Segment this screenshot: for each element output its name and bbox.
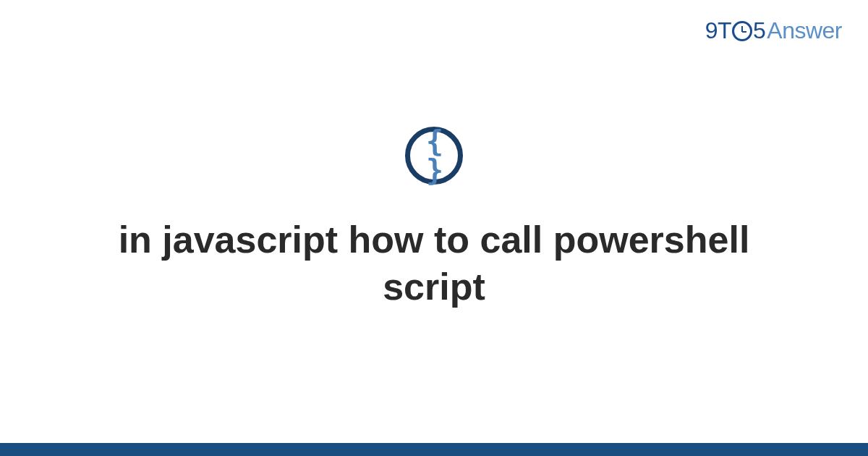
braces-glyph: { } xyxy=(410,127,458,185)
clock-icon xyxy=(732,21,752,41)
main-content: { } in javascript how to call powershell… xyxy=(0,127,868,311)
site-logo: 9T 5 Answer xyxy=(705,17,842,44)
logo-answer: Answer xyxy=(767,17,842,44)
code-braces-icon: { } xyxy=(405,127,463,185)
logo-9t: 9T xyxy=(705,17,731,44)
footer-accent-bar xyxy=(0,443,868,456)
logo-5: 5 xyxy=(753,17,765,44)
question-title: in javascript how to call powershell scr… xyxy=(109,216,760,311)
